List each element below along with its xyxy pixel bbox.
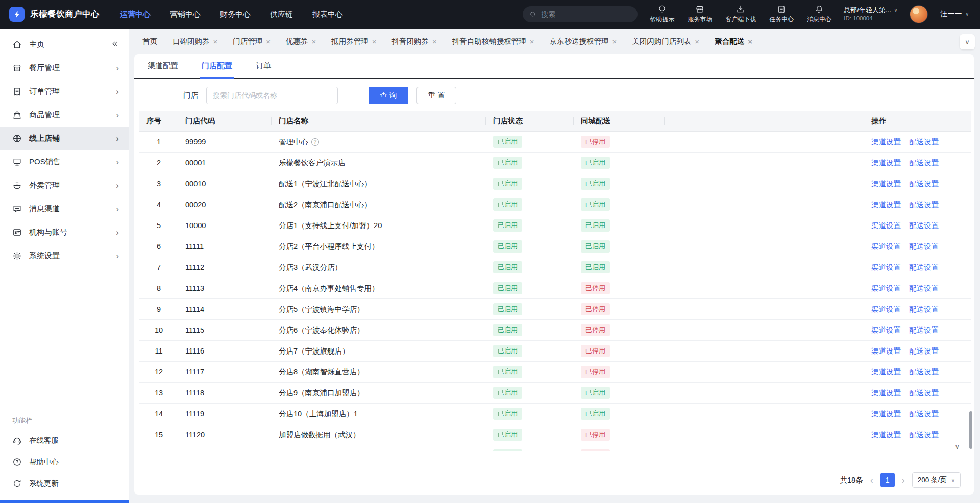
topnav-item-3[interactable]: 财务中心 [220,10,251,19]
channel-settings-link[interactable]: 渠道设置 [871,430,901,440]
user-menu[interactable]: 汪一一 ∨ [940,10,969,19]
delivery-settings-link[interactable]: 配送设置 [909,388,939,398]
quick-action-market[interactable]: 服务市场 [688,5,712,24]
close-tab-icon[interactable]: × [213,38,218,45]
close-tab-icon[interactable]: × [748,38,752,45]
scroll-down-indicator-icon[interactable]: ∨ [954,443,960,450]
tab-6[interactable]: 抖音团购券× [392,37,437,46]
delivery-settings-link[interactable]: 配送设置 [909,409,939,419]
tab-3[interactable]: 门店管理× [233,37,271,46]
pagination: 共18条 ‹ 1 › 200 条/页 ∨ [134,465,974,495]
close-tab-icon[interactable]: × [612,38,617,45]
quick-action-bell[interactable]: 消息中心 [807,5,831,24]
channel-settings-link[interactable]: 渠道设置 [871,221,901,231]
cell-spacer [665,341,864,361]
tab-10[interactable]: 聚合配送× [715,37,752,46]
quick-action-download[interactable]: 客户端下载 [725,5,756,24]
close-tab-icon[interactable]: × [432,38,437,45]
delivery-settings-link[interactable]: 配送设置 [909,451,939,452]
vertical-scrollbar-thumb[interactable] [969,411,972,449]
quick-action-tasks[interactable]: 任务中心 [769,5,794,24]
sidebar-footer-item-2[interactable]: 帮助中心 [0,451,129,472]
quick-action-bulb[interactable]: 帮助提示 [650,5,674,24]
org-switcher[interactable]: 总部/年轻人第... ∨ ID: 100004 [844,6,897,22]
tab-5[interactable]: 抵用券管理× [331,37,376,46]
next-page-icon[interactable]: › [902,475,905,485]
store-name: 配送2（南京浦口配送中心） [279,200,372,210]
tab-9[interactable]: 美团闪购门店列表× [632,37,699,46]
channel-settings-link[interactable]: 渠道设置 [871,388,901,398]
sidebar-item-1[interactable]: 主页 [0,33,129,56]
channel-settings-link[interactable]: 渠道设置 [871,179,901,189]
channel-settings-link[interactable]: 渠道设置 [871,325,901,335]
delivery-settings-link[interactable]: 配送设置 [909,200,939,210]
close-tab-icon[interactable]: × [695,38,699,45]
close-tab-icon[interactable]: × [266,38,271,45]
delivery-settings-link[interactable]: 配送设置 [909,179,939,189]
tab-4[interactable]: 优惠券× [286,37,316,46]
sidebar-item-3[interactable]: 订单管理› [0,80,129,103]
delivery-settings-link[interactable]: 配送设置 [909,263,939,272]
delivery-settings-link[interactable]: 配送设置 [909,367,939,377]
channel-settings-link[interactable]: 渠道设置 [871,284,901,293]
close-tab-icon[interactable]: × [312,38,316,45]
store-search-input[interactable] [206,87,338,104]
avatar[interactable] [910,5,928,23]
vertical-scrollbar[interactable] [969,132,973,451]
close-tab-icon[interactable]: × [530,38,534,45]
delivery-settings-link[interactable]: 配送设置 [909,346,939,356]
channel-settings-link[interactable]: 渠道设置 [871,200,901,210]
sidebar-item-2[interactable]: 餐厅管理› [0,56,129,80]
channel-settings-link[interactable]: 渠道设置 [871,346,901,356]
close-tab-icon[interactable]: × [372,38,377,45]
subtab-2[interactable]: 门店配置 [202,54,232,78]
row-number: 15 [155,431,163,439]
delivery-settings-link[interactable]: 配送设置 [909,242,939,252]
sidebar-item-8[interactable]: 消息渠道› [0,197,129,220]
delivery-settings-link[interactable]: 配送设置 [909,305,939,314]
sidebar-item-10[interactable]: 系统设置› [0,244,129,267]
delivery-settings-link[interactable]: 配送设置 [909,137,939,147]
delivery-settings-link[interactable]: 配送设置 [909,158,939,168]
sidebar-footer-item-1[interactable]: 在线客服 [0,430,129,451]
sidebar-item-7[interactable]: 外卖管理› [0,173,129,197]
channel-settings-link[interactable]: 渠道设置 [871,263,901,272]
page-size-select[interactable]: 200 条/页 ∨ [912,472,961,488]
sidebar-item-9[interactable]: 机构与账号› [0,220,129,244]
help-icon[interactable]: ? [311,138,319,146]
topnav-item-5[interactable]: 报表中心 [312,10,343,19]
tab-1[interactable]: 首页 [142,37,157,46]
reset-button[interactable]: 重 置 [416,87,456,104]
channel-settings-link[interactable]: 渠道设置 [871,305,901,314]
channel-settings-link[interactable]: 渠道设置 [871,242,901,252]
subtab-1[interactable]: 渠道配置 [148,54,178,78]
sidebar-item-5[interactable]: 线上店铺› [0,127,129,150]
sidebar-item-4[interactable]: 商品管理› [0,103,129,127]
delivery-settings-link[interactable]: 配送设置 [909,221,939,231]
sidebar-footer-item-3[interactable]: 系统更新 [0,472,129,494]
delivery-settings-link[interactable]: 配送设置 [909,284,939,293]
global-search[interactable] [523,6,638,22]
channel-settings-link[interactable]: 渠道设置 [871,451,901,452]
subtab-3[interactable]: 订单 [256,54,271,78]
collapse-sidebar-icon[interactable] [111,40,119,49]
query-button[interactable]: 查 询 [369,87,408,104]
channel-settings-link[interactable]: 渠道设置 [871,158,901,168]
delivery-settings-link[interactable]: 配送设置 [909,325,939,335]
current-page[interactable]: 1 [880,473,895,487]
prev-page-icon[interactable]: ‹ [870,475,873,485]
channel-settings-link[interactable]: 渠道设置 [871,367,901,377]
delivery-settings-link[interactable]: 配送设置 [909,430,939,440]
tab-7[interactable]: 抖音自助核销授权管理× [452,37,534,46]
topnav-item-1[interactable]: 运营中心 [120,10,151,19]
sidebar-item-6[interactable]: POS销售› [0,150,129,173]
tab-8[interactable]: 京东秒送授权管理× [550,37,617,46]
topnav-item-4[interactable]: 供应链 [270,10,293,19]
channel-settings-link[interactable]: 渠道设置 [871,409,901,419]
tab-label: 抖音自助核销授权管理 [452,37,526,46]
topnav-item-2[interactable]: 营销中心 [170,10,201,19]
global-search-input[interactable] [541,10,631,18]
tab-2[interactable]: 口碑团购券× [173,37,217,46]
tabs-overflow-button[interactable]: ∨ [960,34,975,49]
channel-settings-link[interactable]: 渠道设置 [871,137,901,147]
